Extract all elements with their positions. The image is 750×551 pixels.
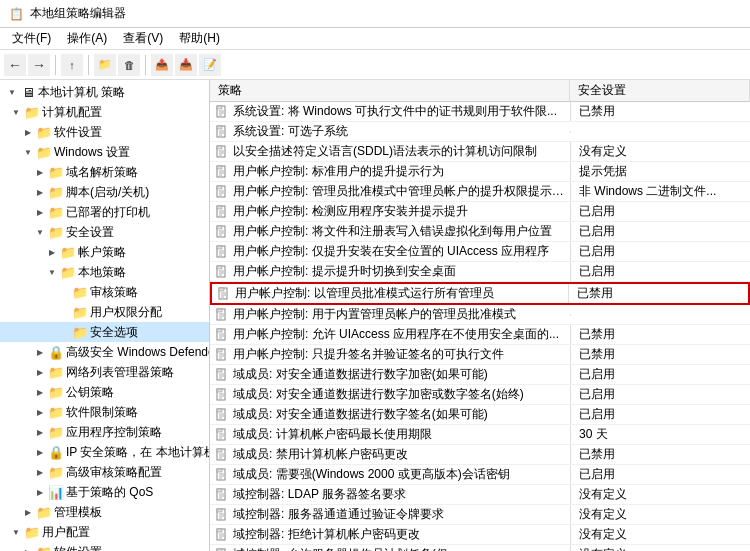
policy-row-10[interactable]: 用户帐户控制: 用于内置管理员帐户的管理员批准模式 (210, 305, 750, 325)
policy-list[interactable]: 系统设置: 将 Windows 可执行文件中的证书规则用于软件限...已禁用系统… (210, 102, 750, 551)
policy-row-2[interactable]: 以安全描述符定义语言(SDDL)语法表示的计算机访问限制没有定义 (210, 142, 750, 162)
policy-row-9[interactable]: 用户帐户控制: 以管理员批准模式运行所有管理员已禁用 (210, 282, 750, 305)
up-button[interactable]: ↑ (61, 54, 83, 76)
policy-row-17[interactable]: 域成员: 禁用计算机帐户密码更改已禁用 (210, 445, 750, 465)
tree-item-software2[interactable]: ▶📁软件设置 (0, 542, 209, 551)
menu-file[interactable]: 文件(F) (4, 28, 59, 49)
policy-row-20[interactable]: 域控制器: 服务器通道通过验证令牌要求没有定义 (210, 505, 750, 525)
policy-security-cell-3: 提示凭据 (570, 162, 750, 181)
tree-item-windows-settings[interactable]: ▼📁Windows 设置 (0, 142, 209, 162)
policy-row-8[interactable]: 用户帐户控制: 提示提升时切换到安全桌面已启用 (210, 262, 750, 282)
forward-button[interactable]: → (28, 54, 50, 76)
policy-row-15[interactable]: 域成员: 对安全通道数据进行数字签名(如果可能)已启用 (210, 405, 750, 425)
policy-row-1[interactable]: 系统设置: 可选子系统 (210, 122, 750, 142)
tree-item-rights[interactable]: 📁用户权限分配 (0, 302, 209, 322)
tree-item-printers[interactable]: ▶📁已部署的打印机 (0, 202, 209, 222)
policy-row-19[interactable]: 域控制器: LDAP 服务器签名要求没有定义 (210, 485, 750, 505)
tree-item-scripts[interactable]: ▶📁脚本(启动/关机) (0, 182, 209, 202)
tree-expander-security[interactable]: ▼ (32, 224, 48, 240)
tree-item-admin-templates1[interactable]: ▶📁管理模板 (0, 502, 209, 522)
tree-expander-ip-security[interactable]: ▶ (32, 444, 48, 460)
policy-row-11[interactable]: 用户帐户控制: 允许 UIAccess 应用程序在不使用安全桌面的...已禁用 (210, 325, 750, 345)
tree-item-user-config[interactable]: ▼📁用户配置 (0, 522, 209, 542)
tree-expander-printers[interactable]: ▶ (32, 204, 48, 220)
tree-expander-applocker[interactable]: ▶ (32, 424, 48, 440)
tree-expander-domain[interactable]: ▶ (32, 164, 48, 180)
properties-button[interactable]: 🗑 (118, 54, 140, 76)
menu-help[interactable]: 帮助(H) (171, 28, 228, 49)
tree-expander-computer[interactable]: ▼ (8, 104, 24, 120)
policy-row-21[interactable]: 域控制器: 拒绝计算机帐户密码更改没有定义 (210, 525, 750, 545)
tree-expander-root[interactable]: ▼ (4, 84, 20, 100)
new-button[interactable]: 📝 (199, 54, 221, 76)
tree-expander-network-list[interactable]: ▶ (32, 364, 48, 380)
policy-row-3[interactable]: 用户帐户控制: 标准用户的提升提示行为提示凭据 (210, 162, 750, 182)
tree-expander-scripts[interactable]: ▶ (32, 184, 48, 200)
tree-label-software2: 软件设置 (54, 543, 102, 551)
tree-expander-account[interactable]: ▶ (44, 244, 60, 260)
tree-item-defender[interactable]: ▶🔒高级安全 Windows Defende... (0, 342, 209, 362)
policy-row-13[interactable]: 域成员: 对安全通道数据进行数字加密(如果可能)已启用 (210, 365, 750, 385)
policy-name-cell-15: 域成员: 对安全通道数据进行数字签名(如果可能) (210, 405, 570, 424)
tree-expander-windows-settings[interactable]: ▼ (20, 144, 36, 160)
policy-icon-12 (214, 347, 230, 363)
tree-item-network-list[interactable]: ▶📁网络列表管理器策略 (0, 362, 209, 382)
policy-row-6[interactable]: 用户帐户控制: 将文件和注册表写入错误虚拟化到每用户位置已启用 (210, 222, 750, 242)
tree-panel[interactable]: ▼🖥本地计算机 策略▼📁计算机配置▶📁软件设置▼📁Windows 设置▶📁域名解… (0, 80, 210, 551)
tree-item-qos[interactable]: ▶📊基于策略的 QoS (0, 482, 209, 502)
tree-item-applocker[interactable]: ▶📁应用程序控制策略 (0, 422, 209, 442)
tree-item-software1[interactable]: ▶📁软件设置 (0, 122, 209, 142)
tree-expander-pubkey[interactable]: ▶ (32, 384, 48, 400)
policy-row-12[interactable]: 用户帐户控制: 只提升签名并验证签名的可执行文件已禁用 (210, 345, 750, 365)
tree-expander-software2[interactable]: ▶ (20, 544, 36, 551)
tree-item-security-options[interactable]: 📁安全选项 (0, 322, 209, 342)
policy-row-0[interactable]: 系统设置: 将 Windows 可执行文件中的证书规则用于软件限...已禁用 (210, 102, 750, 122)
tree-item-audit[interactable]: 📁审核策略 (0, 282, 209, 302)
policy-name-cell-12: 用户帐户控制: 只提升签名并验证签名的可执行文件 (210, 345, 570, 364)
separator-2 (88, 55, 89, 75)
policy-row-4[interactable]: 用户帐户控制: 管理员批准模式中管理员帐户的提升权限提示的...非 Window… (210, 182, 750, 202)
toolbar: ← → ↑ 📁 🗑 📤 📥 📝 (0, 50, 750, 80)
svg-rect-41 (217, 266, 222, 269)
policy-row-16[interactable]: 域成员: 计算机帐户密码最长使用期限30 天 (210, 425, 750, 445)
tree-icon-printers: 📁 (48, 204, 64, 220)
tree-expander-admin-templates1[interactable]: ▶ (20, 504, 36, 520)
policy-text-1: 系统设置: 可选子系统 (233, 123, 348, 140)
policy-text-14: 域成员: 对安全通道数据进行数字加密或数字签名(始终) (233, 386, 524, 403)
tree-expander-audit[interactable] (56, 284, 72, 300)
back-button[interactable]: ← (4, 54, 26, 76)
policy-row-5[interactable]: 用户帐户控制: 检测应用程序安装并提示提升已启用 (210, 202, 750, 222)
tree-expander-local[interactable]: ▼ (44, 264, 60, 280)
menu-view[interactable]: 查看(V) (115, 28, 171, 49)
tree-expander-rights[interactable] (56, 304, 72, 320)
tree-expander-security-options[interactable] (56, 324, 72, 340)
export-button[interactable]: 📤 (151, 54, 173, 76)
show-button[interactable]: 📁 (94, 54, 116, 76)
tree-item-audit-policy[interactable]: ▶📁高级审核策略配置 (0, 462, 209, 482)
col-header-security[interactable]: 安全设置 (570, 80, 750, 101)
policy-text-9: 用户帐户控制: 以管理员批准模式运行所有管理员 (235, 285, 494, 302)
policy-icon-4 (214, 184, 230, 200)
policy-row-22[interactable]: 域控制器: 允许服务器操作员计划任务(仅...没有定义 (210, 545, 750, 551)
import-button[interactable]: 📥 (175, 54, 197, 76)
policy-row-7[interactable]: 用户帐户控制: 仅提升安装在安全位置的 UIAccess 应用程序已启用 (210, 242, 750, 262)
tree-item-domain[interactable]: ▶📁域名解析策略 (0, 162, 209, 182)
tree-item-pubkey[interactable]: ▶📁公钥策略 (0, 382, 209, 402)
tree-item-security[interactable]: ▼📁安全设置 (0, 222, 209, 242)
tree-item-software-restriction[interactable]: ▶📁软件限制策略 (0, 402, 209, 422)
tree-expander-audit-policy[interactable]: ▶ (32, 464, 48, 480)
tree-item-account[interactable]: ▶📁帐户策略 (0, 242, 209, 262)
tree-expander-user-config[interactable]: ▼ (8, 524, 24, 540)
col-header-policy[interactable]: 策略 (210, 80, 570, 101)
tree-expander-defender[interactable]: ▶ (32, 344, 48, 360)
tree-item-root[interactable]: ▼🖥本地计算机 策略 (0, 82, 209, 102)
tree-expander-qos[interactable]: ▶ (32, 484, 48, 500)
policy-row-14[interactable]: 域成员: 对安全通道数据进行数字加密或数字签名(始终)已启用 (210, 385, 750, 405)
tree-item-ip-security[interactable]: ▶🔒IP 安全策略，在 本地计算机 (0, 442, 209, 462)
tree-expander-software-restriction[interactable]: ▶ (32, 404, 48, 420)
tree-expander-software1[interactable]: ▶ (20, 124, 36, 140)
tree-item-local[interactable]: ▼📁本地策略 (0, 262, 209, 282)
policy-row-18[interactable]: 域成员: 需要强(Windows 2000 或更高版本)会话密钥已启用 (210, 465, 750, 485)
tree-item-computer[interactable]: ▼📁计算机配置 (0, 102, 209, 122)
menu-action[interactable]: 操作(A) (59, 28, 115, 49)
